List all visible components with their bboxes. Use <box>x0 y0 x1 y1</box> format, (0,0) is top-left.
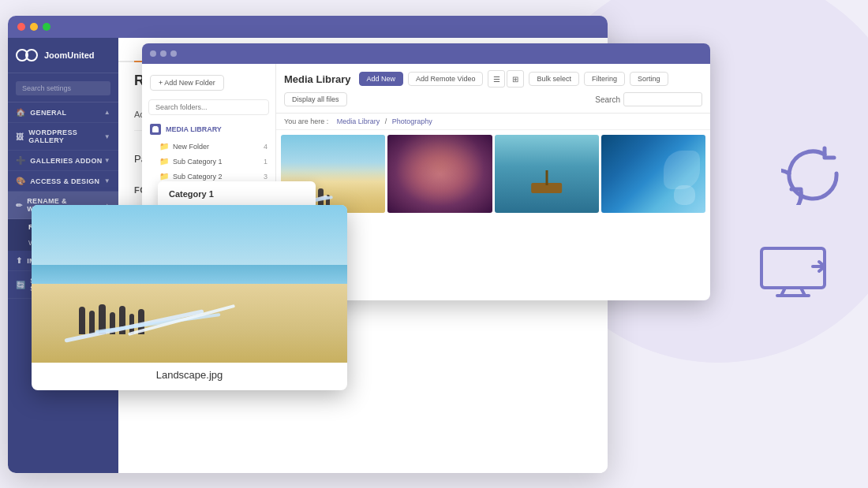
breadcrumb-current[interactable]: Photography <box>392 117 432 125</box>
sidebar-logo: JoomUnited <box>8 38 118 73</box>
design-icon: 🎨 <box>16 177 25 185</box>
sidebar-search <box>8 73 118 102</box>
media-library-section-label: MEDIA LIBRARY <box>166 125 222 133</box>
landscape-panel: Landscape.jpg <box>32 205 347 390</box>
gallery-icon: 🖼 <box>16 132 24 141</box>
media-library-label: MEDIA LIBRARY <box>142 120 275 139</box>
folder-icon-2: 📁 <box>159 157 169 166</box>
folder-name-1: New Folder <box>173 143 209 151</box>
chevron-up-icon: ▲ <box>104 109 110 116</box>
folder-icon-1: 📁 <box>159 142 169 151</box>
sidebar-item-general-label: GENERAL <box>30 109 66 117</box>
category-title: Category 1 <box>169 189 305 199</box>
sorting-button[interactable]: Sorting <box>630 72 668 86</box>
folder-item-sub-cat-1[interactable]: 📁 Sub Category 1 1 <box>142 154 275 169</box>
addon-icon: ➕ <box>16 156 25 165</box>
chevron-down-icon3: ▼ <box>104 177 110 184</box>
sidebar-item-galleries-addon[interactable]: ➕ GALLERIES ADDON ▼ <box>8 151 118 171</box>
filtering-button[interactable]: Filtering <box>584 72 625 86</box>
grid-view-button[interactable]: ⊞ <box>507 70 524 88</box>
view-icons: ☰ ⊞ <box>488 70 524 88</box>
landscape-filename: Landscape.jpg <box>32 363 347 381</box>
maximize-dot[interactable] <box>43 23 51 31</box>
sidebar-item-general[interactable]: 🏠 GENERAL ▲ <box>8 102 118 123</box>
media-library-title: Media Library <box>284 73 351 85</box>
breadcrumb: You are here : Media Library / Photograp… <box>276 114 710 130</box>
sidebar-item-access-design-label: ACCESS & DESIGN <box>30 177 99 185</box>
folder-search <box>142 99 275 120</box>
import-icon: ⬆ <box>16 256 22 265</box>
media-search-input[interactable] <box>623 92 702 106</box>
logo-text: JoomUnited <box>44 50 95 60</box>
list-view-button[interactable]: ☰ <box>488 70 505 88</box>
add-remote-video-button[interactable]: Add Remote Video <box>408 72 483 86</box>
chevron-down-icon: ▼ <box>104 133 110 140</box>
rename-icon: ✏ <box>16 201 22 210</box>
folder-tree-header: + Add New Folder <box>142 70 275 95</box>
folder-name-2: Sub Category 1 <box>173 158 223 166</box>
landscape-image <box>32 205 347 363</box>
breadcrumb-root-link[interactable]: Media Library <box>337 117 380 125</box>
mp-dot-2 <box>160 50 166 57</box>
display-all-files-button[interactable]: Display all files <box>284 92 347 106</box>
monitor-icon <box>758 244 829 300</box>
media-thumb-4[interactable] <box>601 135 705 213</box>
media-library-icon <box>150 124 161 135</box>
search-area: Search <box>595 92 702 106</box>
refresh-icon <box>781 142 844 205</box>
sidebar-item-wp-gallery-label: WORDPRESS GALLERY <box>28 129 103 144</box>
media-thumb-3[interactable] <box>495 135 599 213</box>
folder-name-3: Sub Category 2 <box>173 173 223 181</box>
sidebar-item-access-design[interactable]: 🎨 ACCESS & DESIGN ▼ <box>8 171 118 192</box>
sync-icon: 🔄 <box>16 281 25 289</box>
svg-rect-7 <box>152 128 159 132</box>
close-dot[interactable] <box>17 23 25 31</box>
folder-count-2: 1 <box>264 158 268 166</box>
breadcrumb-prefix: You are here : <box>284 117 328 125</box>
folder-icon-3: 📁 <box>159 172 169 181</box>
search-settings-input[interactable] <box>16 81 110 95</box>
bulk-select-button[interactable]: Bulk select <box>529 72 579 86</box>
home-icon: 🏠 <box>16 108 25 117</box>
search-folders-input[interactable] <box>148 99 269 115</box>
add-new-button[interactable]: Add New <box>359 72 404 86</box>
breadcrumb-sep-2: / <box>385 117 389 125</box>
folder-count-1: 4 <box>264 143 268 151</box>
chevron-down-icon2: ▼ <box>104 157 110 164</box>
add-new-folder-button[interactable]: + Add New Folder <box>150 75 224 91</box>
mp-dot-1 <box>150 50 156 57</box>
search-label: Search <box>595 95 620 104</box>
sidebar-item-wp-gallery[interactable]: 🖼 WORDPRESS GALLERY ▼ <box>8 123 118 151</box>
media-toolbar: Media Library Add New Add Remote Video ☰… <box>276 64 710 114</box>
mp-dot-3 <box>170 50 177 57</box>
folder-item-new-folder[interactable]: 📁 New Folder 4 <box>142 139 275 154</box>
sidebar-item-galleries-addon-label: GALLERIES ADDON <box>30 157 102 165</box>
window-titlebar <box>8 16 608 38</box>
minimize-dot[interactable] <box>30 23 38 31</box>
media-panel-titlebar <box>142 43 710 64</box>
folder-count-3: 3 <box>264 173 268 181</box>
media-thumb-2[interactable] <box>387 135 492 213</box>
